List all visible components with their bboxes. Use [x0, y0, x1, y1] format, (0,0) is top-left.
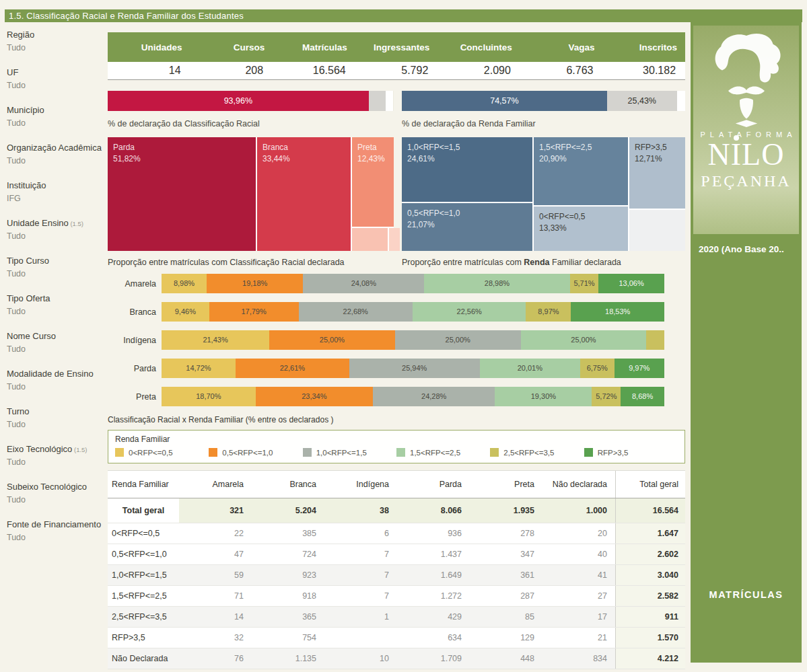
stacked-segment-1[interactable]: 14,72% [162, 359, 236, 378]
treemap-cell-indigena[interactable] [389, 228, 400, 251]
legend-item-2[interactable]: 0,5<RFP<=1,0 [209, 448, 302, 457]
filter-value-dropdown[interactable]: Tudo [7, 231, 106, 241]
filter-value-dropdown[interactable]: Tudo [7, 533, 106, 542]
metric-header-4: Ingressantes [355, 42, 438, 52]
stacked-segment-3[interactable]: 25,94% [349, 359, 480, 378]
data-cell-2: 385 [252, 523, 324, 544]
stacked-segment-4[interactable]: 19,30% [495, 387, 592, 406]
filter-value-dropdown[interactable]: Tudo [7, 118, 106, 128]
treemap-cell-amarela[interactable] [352, 228, 388, 251]
income-treemap: 1,0<RFP<=1,5 24,61% 0,5<RFP<=1,0 21,07% … [402, 137, 685, 251]
declared-segment[interactable]: 74,57% [402, 91, 607, 111]
legend-item-5[interactable]: 2,5<RFP<=3,5 [490, 448, 584, 457]
filter-block-13: Subeixo TecnológicoTudo [7, 482, 106, 519]
filter-label: Fonte de Financiamento [7, 519, 106, 529]
stacked-segment-3[interactable]: 24,28% [373, 387, 495, 406]
stacked-segment-4[interactable]: 22,56% [413, 302, 526, 322]
filter-block-8: Tipo OfertaTudo [7, 293, 106, 331]
filter-value-dropdown[interactable]: Tudo [7, 382, 106, 391]
filter-label: UF [7, 67, 106, 77]
filter-sidebar: RegiãoTudoUFTudoMunicípioTudoOrganização… [7, 30, 106, 557]
stacked-segment-5[interactable]: 8,97% [526, 302, 571, 322]
data-cell-5: 129 [470, 628, 542, 648]
filter-note-superscript: (1.5) [69, 220, 83, 227]
metric-value-1: 14 [108, 65, 190, 77]
treemap-cell-rfp-0-0-5[interactable]: 0<RFP<=0,5 13,33% [534, 207, 628, 251]
stacked-segment-2[interactable]: 22,61% [236, 359, 349, 378]
filter-value-dropdown[interactable]: Tudo [7, 420, 106, 429]
treemap-cell-parda[interactable]: Parda 51,82% [108, 137, 256, 251]
legend-item-3[interactable]: 1,0<RFP<=1,5 [303, 448, 396, 457]
filter-value-dropdown[interactable]: Tudo [7, 457, 106, 467]
stacked-segment-4[interactable]: 25,00% [521, 330, 647, 350]
metric-value-6: 6.763 [520, 65, 603, 77]
matriculas-label: MATRÍCULAS [691, 589, 802, 600]
row-label: 2,5<RFP<=3,5 [108, 607, 179, 627]
stacked-segment-6[interactable]: 13,06% [598, 274, 664, 293]
treemap-cell-label: Branca [262, 142, 345, 153]
filter-value-dropdown[interactable]: Tudo [7, 495, 106, 505]
filter-value-dropdown[interactable]: Tudo [7, 307, 106, 316]
treemap-cell-rfp-1-5-2-5[interactable]: 1,5<RFP<=2,5 20,90% [534, 137, 628, 205]
stacked-segment-3[interactable]: 22,68% [299, 302, 413, 322]
column-header-4: Indígena [324, 471, 397, 498]
legend-item-6[interactable]: RFP>3,5 [584, 448, 678, 457]
data-cell-5: 278 [470, 523, 542, 544]
data-cell-1: 14 [179, 607, 252, 627]
legend-item-1[interactable]: 0<RFP<=0,5 [115, 448, 209, 457]
filter-value-dropdown[interactable]: Tudo [7, 156, 106, 165]
dashboard-root: { "title_bar": { "title": "1.5. Classifi… [0, 0, 807, 672]
filter-value-dropdown[interactable]: IFG [7, 194, 106, 203]
filter-block-10: Modalidade de EnsinoTudo [7, 369, 106, 406]
stacked-segment-1[interactable]: 8,98% [162, 274, 207, 293]
filter-value-dropdown[interactable]: Tudo [7, 81, 106, 90]
logo-dotted-i: I [731, 139, 742, 171]
filter-block-12: Eixo Tecnológico (1.5)Tudo [7, 444, 106, 482]
metric-header-1: Unidades [108, 42, 190, 52]
stacked-segment-3[interactable]: 24,08% [303, 274, 424, 293]
undeclared-segment[interactable]: 25,43% [607, 91, 677, 111]
stacked-segment-4[interactable]: 20,01% [480, 359, 580, 378]
stacked-segment-2[interactable]: 25,00% [269, 330, 395, 350]
legend-item-4[interactable]: 1,5<RFP<=2,5 [396, 448, 490, 457]
stacked-segment-2[interactable]: 17,79% [209, 302, 299, 322]
treemap-cell-rfp-gt-3-5[interactable]: RFP>3,5 12,71% [629, 137, 685, 209]
data-cell-6: 41 [542, 565, 615, 585]
stacked-segment-6[interactable]: 8,68% [621, 387, 664, 406]
stacked-row-branca: Branca9,46%17,79%22,68%22,56%8,97%18,53% [108, 302, 685, 322]
stacked-segment-5[interactable]: 5,72% [592, 387, 621, 406]
filter-note-superscript: (1.5) [72, 446, 87, 453]
filter-value-dropdown[interactable]: Tudo [7, 344, 106, 354]
filter-block-2: UFTudo [7, 67, 106, 105]
filter-value-dropdown[interactable]: Tudo [7, 43, 106, 52]
data-cell-3: 6 [324, 523, 397, 544]
stacked-segment-5[interactable]: 5,71% [570, 274, 599, 293]
undeclared-segment[interactable] [369, 91, 386, 111]
treemap-cell-rfp-0-5-1-0[interactable]: 0,5<RFP<=1,0 21,07% [402, 203, 532, 251]
page-title: 1.5. Classificação Racial e Renda Famili… [5, 9, 802, 22]
treemap-cell-preta[interactable]: Preta 12,43% [352, 137, 394, 227]
filter-value-dropdown[interactable]: Tudo [7, 269, 106, 278]
declared-segment[interactable]: 93,96% [108, 91, 369, 111]
stacked-segment-1[interactable]: 18,70% [162, 387, 256, 406]
stacked-segment-2[interactable]: 23,34% [256, 387, 373, 406]
filter-label: Região [7, 30, 106, 40]
treemap-cell-branca[interactable]: Branca 33,44% [257, 137, 351, 251]
filter-block-6: Unidade Ensino (1.5)Tudo [7, 218, 106, 256]
year-base-label[interactable]: 2020 (Ano Base 20.. [699, 244, 784, 254]
stacked-segment-1[interactable]: 9,46% [162, 302, 209, 322]
stacked-segment-6[interactable]: 9,97% [615, 359, 664, 378]
treemap-cell-rfp-1-0-1-5[interactable]: 1,0<RFP<=1,5 24,61% [402, 137, 532, 202]
data-cell-7: 2.582 [615, 586, 685, 606]
stacked-segment-4[interactable]: 28,98% [424, 274, 569, 293]
stacked-segment-5[interactable]: 6,75% [580, 359, 614, 378]
stacked-segment-3[interactable]: 25,00% [395, 330, 521, 350]
stacked-segment-1[interactable]: 21,43% [162, 330, 269, 350]
data-cell-7: 1.647 [615, 523, 685, 544]
total-cell-5: 1.935 [470, 498, 542, 523]
stacked-segment-5[interactable] [646, 330, 664, 350]
stacked-segment-2[interactable]: 19,18% [207, 274, 303, 293]
treemap-cell-rfp-2-5-3-5[interactable] [629, 210, 685, 251]
filter-label: Tipo Oferta [7, 293, 106, 303]
stacked-segment-6[interactable]: 18,53% [571, 302, 664, 322]
